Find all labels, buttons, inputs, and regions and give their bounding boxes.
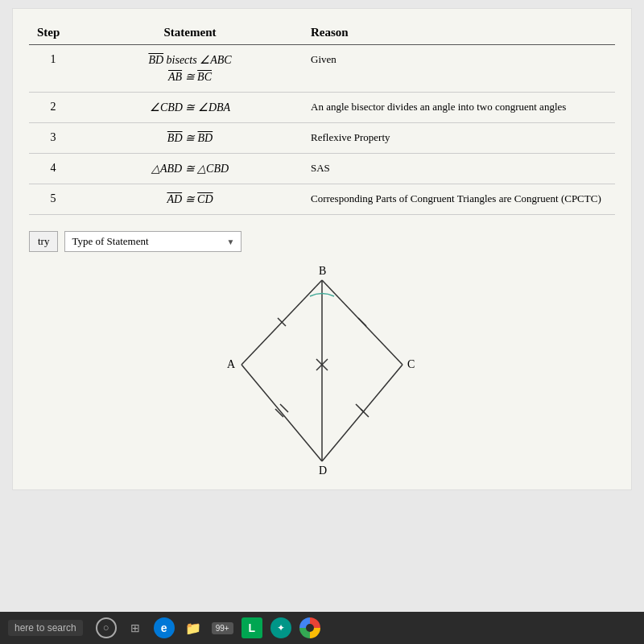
- step-1: 1: [29, 45, 77, 93]
- search-label: here to search: [14, 622, 76, 634]
- search-icon[interactable]: ○: [96, 617, 117, 638]
- dropdown-label: Type of Statement: [72, 235, 148, 248]
- taskbar-search[interactable]: here to search: [8, 620, 83, 636]
- bd-overline-3a: BD: [167, 132, 183, 144]
- taskbar: here to search ○ ⊞ e 📁 99+ L ✦: [0, 612, 644, 644]
- cd-overline: CD: [197, 193, 213, 205]
- table-row: 4 △ABD ≅ △CBD SAS: [29, 154, 615, 184]
- statement-1-line1: BD bisects ∠ABC: [148, 53, 231, 67]
- col-header-reason: Reason: [303, 21, 615, 45]
- tick-ad-2: [280, 404, 288, 412]
- label-b: B: [319, 265, 326, 277]
- table-row: 1 BD bisects ∠ABC AB ≅ BC Given: [29, 45, 615, 93]
- files-icon[interactable]: 📁: [183, 617, 204, 638]
- statement-1-block: BD bisects ∠ABC AB ≅ BC: [85, 53, 295, 84]
- statement-3: BD ≅ BD: [77, 123, 303, 154]
- bd-overline: BD: [148, 54, 163, 66]
- step-5: 5: [29, 184, 77, 215]
- kite-diagram: B A C D: [29, 268, 615, 477]
- chrome-icon[interactable]: [299, 617, 320, 638]
- kite-svg: B A C D: [209, 268, 435, 477]
- reason-5: Corresponding Parts of Congruent Triangl…: [303, 184, 615, 215]
- statement-1: BD bisects ∠ABC AB ≅ BC: [77, 45, 303, 93]
- reason-4: SAS: [303, 154, 615, 184]
- reason-1: Given: [303, 45, 615, 93]
- step-4: 4: [29, 154, 77, 184]
- step-3: 3: [29, 123, 77, 154]
- type-of-statement-dropdown[interactable]: Type of Statement ▼: [64, 231, 242, 252]
- label-d: D: [319, 464, 327, 477]
- ad-overline: AD: [167, 193, 182, 205]
- chevron-down-icon: ▼: [227, 237, 235, 246]
- statement-1-line2: AB ≅ BC: [168, 70, 212, 84]
- proof-table: Step Statement Reason 1 BD bisects ∠ABC …: [29, 21, 615, 215]
- task-view-icon[interactable]: ⊞: [125, 617, 146, 638]
- badge-99: 99+: [212, 622, 233, 634]
- kite-edge-cd: [322, 365, 402, 461]
- tick-cd-2: [356, 404, 364, 412]
- bc-overline: BC: [197, 71, 212, 83]
- col-header-statement: Statement: [77, 21, 303, 45]
- ab-overline: AB: [168, 71, 182, 83]
- label-c: C: [407, 358, 415, 370]
- step-2: 2: [29, 93, 77, 123]
- reason-3: Reflexive Property: [303, 123, 615, 154]
- edge-browser-icon[interactable]: e: [154, 617, 175, 638]
- col-header-step: Step: [29, 21, 77, 45]
- statement-5: AD ≅ CD: [77, 184, 303, 215]
- table-row: 2 ∠CBD ≅ ∠DBA An angle bisector divides …: [29, 93, 615, 123]
- try-row: try Type of Statement ▼: [29, 231, 615, 252]
- l-icon[interactable]: L: [242, 617, 262, 638]
- try-button[interactable]: try: [29, 231, 58, 252]
- statement-2: ∠CBD ≅ ∠DBA: [77, 93, 303, 123]
- reason-2: An angle bisector divides an angle into …: [303, 93, 615, 123]
- teal-icon[interactable]: ✦: [270, 617, 291, 638]
- taskbar-icons: ○ ⊞ e 📁 99+ L ✦: [96, 617, 320, 638]
- table-row: 3 BD ≅ BD Reflexive Property: [29, 123, 615, 154]
- kite-edge-ad: [242, 365, 322, 461]
- table-row: 5 AD ≅ CD Corresponding Parts of Congrue…: [29, 184, 615, 215]
- tick-bc: [358, 318, 366, 326]
- main-content: Step Statement Reason 1 BD bisects ∠ABC …: [12, 8, 632, 490]
- label-a: A: [227, 358, 236, 370]
- bd-overline-3b: BD: [198, 132, 213, 144]
- statement-4: △ABD ≅ △CBD: [77, 154, 303, 184]
